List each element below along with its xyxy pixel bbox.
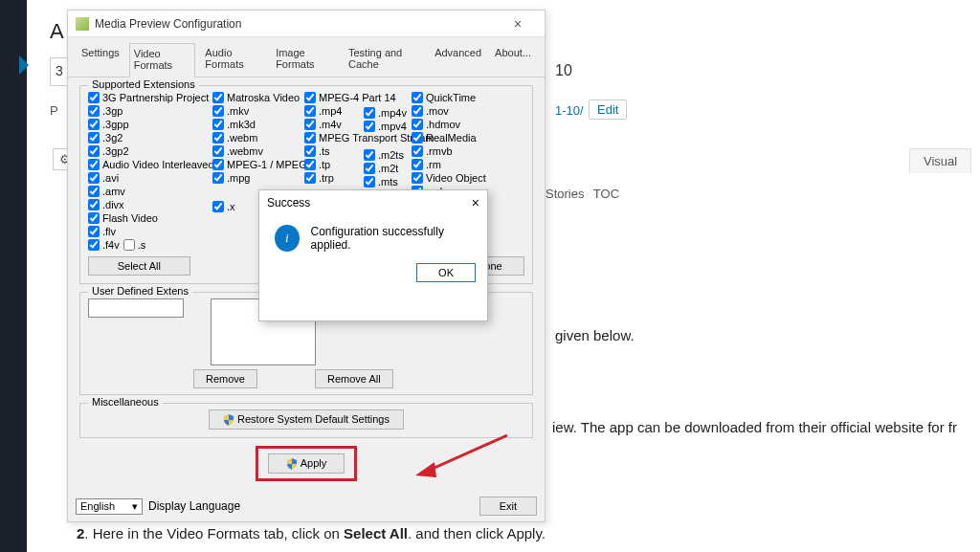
remove-all-button[interactable]: Remove All [315, 369, 393, 388]
cb-amv[interactable]: .amv [88, 186, 211, 197]
cb-mkv[interactable]: .mkv [212, 105, 302, 117]
cb-avi[interactable]: .avi [88, 172, 211, 184]
close-icon[interactable]: × [499, 16, 537, 32]
language-select[interactable]: English▾ [76, 498, 143, 515]
extension-input[interactable] [88, 298, 184, 318]
tab-image-formats[interactable]: Image Formats [272, 43, 339, 77]
tab-video-formats[interactable]: Video Formats [129, 43, 196, 77]
remove-button[interactable]: Remove [193, 369, 257, 388]
cb-mpeg12[interactable]: MPEG-1 / MPEG-2 [212, 159, 302, 170]
group-legend: Miscellaneous [88, 396, 163, 408]
cb-ts[interactable]: .ts [304, 145, 362, 157]
permalink-label: P [50, 103, 58, 118]
cb-mpg[interactable]: .mpg [212, 172, 302, 184]
sidebar-pointer [19, 55, 29, 75]
restore-defaults-button[interactable]: Restore System Default Settings [209, 409, 404, 430]
tab-visual[interactable]: Visual [909, 148, 971, 173]
group-legend: User Defined Extens [88, 285, 192, 297]
cb-3gp2[interactable]: .3gp2 [88, 145, 211, 157]
cb-webmv[interactable]: .webmv [212, 145, 302, 157]
content-fragment-1: given below. [555, 327, 635, 343]
cb-rmvb[interactable]: .rmvb [412, 145, 494, 157]
cb-avi-group[interactable]: Audio Video Interleaved [88, 159, 211, 170]
cb-hdmov[interactable]: .hdmov [412, 119, 494, 130]
cb-3gp[interactable]: .3gp [88, 105, 211, 117]
tab-settings[interactable]: Settings [78, 43, 123, 77]
app-icon [76, 17, 89, 31]
page-heading: A [50, 19, 64, 44]
permalink-fragment[interactable]: 1-10/ [555, 103, 584, 118]
cb-mts-ext[interactable]: .mts [364, 176, 410, 188]
cb-mov[interactable]: .mov [412, 105, 494, 117]
cb-mpv4[interactable]: .mpv4 [364, 121, 410, 132]
apply-highlight: Apply [256, 446, 358, 481]
shield-icon [286, 458, 298, 470]
cb-mp4[interactable]: .mp4 [304, 105, 362, 117]
cb-3g2[interactable]: .3g2 [88, 132, 211, 144]
wp-sidebar [0, 0, 27, 552]
cb-realmedia[interactable]: RealMedia [412, 132, 494, 144]
cb-rm[interactable]: .rm [412, 159, 494, 170]
tab-advanced[interactable]: Advanced [431, 43, 485, 77]
success-titlebar[interactable]: Success × [259, 190, 487, 215]
title-suffix: 10 [555, 62, 572, 79]
ok-button[interactable]: OK [416, 263, 476, 282]
cb-f4v[interactable]: .f4v [88, 239, 120, 251]
success-message: Configuration successfully applied. [311, 225, 472, 252]
tab-about[interactable]: About... [491, 43, 535, 77]
close-icon[interactable]: × [472, 195, 479, 210]
cb-quicktime[interactable]: QuickTime [412, 92, 494, 103]
success-dialog: Success × i Configuration successfully a… [258, 189, 488, 321]
cb-3gpp-ext[interactable]: .3gpp [88, 119, 211, 130]
cb-webm[interactable]: .webm [212, 132, 302, 144]
chevron-down-icon: ▾ [132, 500, 138, 513]
tab-testing-cache[interactable]: Testing and Cache [345, 43, 425, 77]
cb-mk3d[interactable]: .mk3d [212, 119, 302, 130]
exit-button[interactable]: Exit [479, 497, 537, 516]
cb-mts[interactable]: MPEG Transport Stream [304, 132, 362, 144]
step-2-text: 2. Here in the Video Formats tab, click … [77, 525, 546, 541]
title-input-value: 3 [56, 63, 63, 78]
cb-s[interactable]: .s [123, 239, 146, 251]
misc-group: Miscellaneous Restore System Default Set… [79, 403, 533, 438]
cb-m4v[interactable]: .m4v [304, 119, 362, 130]
cb-m2ts[interactable]: .m2ts [364, 149, 410, 161]
cb-video-object[interactable]: Video Object [412, 172, 494, 184]
success-title: Success [267, 196, 472, 210]
cb-flv[interactable]: .flv [88, 226, 211, 237]
group-legend: Supported Extensions [88, 78, 199, 90]
apply-button[interactable]: Apply [268, 453, 345, 474]
editor-tabs-text: Stories TOC [546, 187, 619, 201]
config-tabs: Settings Video Formats Audio Formats Ima… [68, 37, 545, 77]
dialog-title: Media Preview Configuration [95, 17, 499, 31]
cb-divx[interactable]: .divx [88, 199, 211, 210]
cb-matroska[interactable]: Matroska Video [212, 92, 302, 103]
cb-mpeg4[interactable]: MPEG-4 Part 14 [304, 92, 362, 103]
cb-mp4v[interactable]: .mp4v [364, 107, 410, 119]
content-fragment-2: iew. The app can be downloaded from thei… [552, 419, 957, 435]
shield-icon [223, 414, 234, 426]
language-label: Display Language [148, 499, 240, 513]
cb-m2t[interactable]: .m2t [364, 163, 410, 174]
cb-flash[interactable]: Flash Video [88, 212, 211, 224]
cb-tp[interactable]: .tp [304, 159, 362, 170]
dialog-titlebar[interactable]: Media Preview Configuration × [68, 11, 545, 37]
tab-audio-formats[interactable]: Audio Formats [201, 43, 266, 77]
cb-3gpp[interactable]: 3G Partnership Project [88, 92, 211, 103]
edit-button[interactable]: Edit [589, 99, 627, 120]
info-icon: i [275, 225, 300, 252]
select-all-button[interactable]: Select All [88, 256, 190, 276]
cb-trp[interactable]: .trp [304, 172, 362, 184]
